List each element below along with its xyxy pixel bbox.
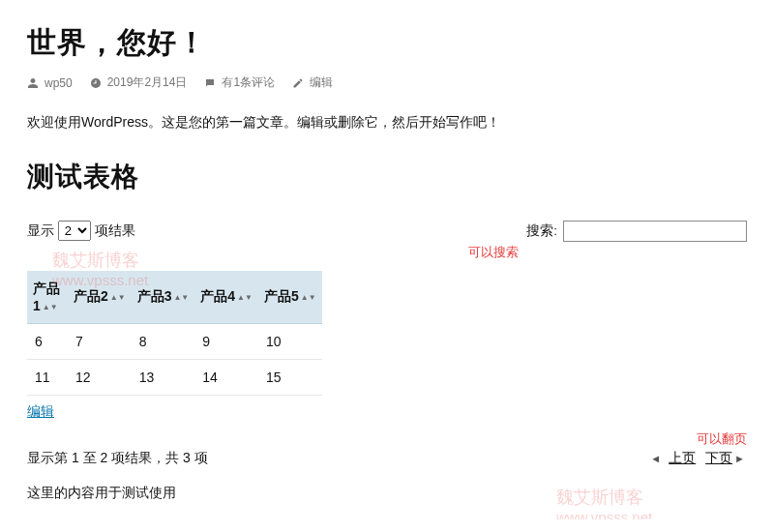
sort-icon: ▲▼	[173, 295, 189, 300]
clock-icon	[90, 77, 102, 89]
post-meta: wp50 2019年2月14日 有1条评论 编辑	[27, 74, 747, 91]
pager-annotation: 可以翻页	[650, 430, 747, 448]
author-name: wp50	[45, 76, 73, 90]
cell: 13	[132, 360, 195, 396]
col-header[interactable]: 产品3▲▼	[132, 271, 195, 324]
cell: 10	[258, 324, 322, 360]
post-intro: 欢迎使用WordPress。这是您的第一篇文章。编辑或删除它，然后开始写作吧！	[27, 114, 747, 132]
chevron-left-icon: ◄	[650, 453, 661, 464]
closing-note: 这里的内容用于测试使用	[27, 485, 747, 502]
comments-meta[interactable]: 有1条评论	[204, 74, 275, 91]
col-header[interactable]: 产品5▲▼	[258, 271, 322, 324]
col-header[interactable]: 产品1▲▼	[27, 271, 68, 324]
sort-icon: ▲▼	[237, 295, 253, 300]
edit-link[interactable]: 编辑	[27, 403, 54, 421]
col-header[interactable]: 产品2▲▼	[68, 271, 132, 324]
sort-icon: ▲▼	[110, 295, 126, 300]
table-row: 11 12 13 14 15	[27, 360, 322, 396]
post-date: 2019年2月14日	[107, 74, 188, 91]
length-suffix: 项结果	[95, 223, 135, 238]
search-label: 搜索:	[526, 222, 557, 240]
table-info: 显示第 1 至 2 项结果，共 3 项	[27, 450, 208, 467]
comments-count: 有1条评论	[222, 74, 275, 91]
edit-meta[interactable]: 编辑	[292, 74, 333, 91]
person-icon	[27, 77, 39, 89]
prev-page-link[interactable]: 上页	[669, 450, 696, 465]
sort-icon: ▲▼	[301, 295, 316, 300]
pencil-icon	[292, 77, 304, 89]
section-title: 测试表格	[27, 159, 747, 195]
cell: 14	[194, 360, 258, 396]
search-input[interactable]	[563, 221, 747, 242]
cell: 12	[68, 360, 132, 396]
search-annotation: 可以搜索	[468, 244, 747, 261]
length-control: 显示 2 项结果	[27, 221, 135, 241]
cell: 15	[258, 360, 322, 396]
chevron-right-icon: ►	[734, 453, 745, 464]
pagination: ◄上页 下页►	[650, 450, 747, 467]
col-header[interactable]: 产品4▲▼	[194, 271, 258, 324]
table-row: 6 7 8 9 10	[27, 324, 322, 360]
cell: 11	[27, 360, 68, 396]
cell: 9	[194, 324, 258, 360]
cell: 6	[27, 324, 68, 360]
next-page-link[interactable]: 下页	[705, 450, 732, 465]
author-meta: wp50	[27, 76, 73, 90]
data-table: 产品1▲▼ 产品2▲▼ 产品3▲▼ 产品4▲▼ 产品5▲▼ 6 7 8 9 10…	[27, 271, 322, 396]
comment-icon	[204, 77, 216, 89]
edit-meta-label: 编辑	[310, 74, 333, 91]
page-title: 世界，您好！	[27, 23, 747, 63]
length-prefix: 显示	[27, 223, 54, 238]
date-meta: 2019年2月14日	[90, 74, 188, 91]
sort-icon: ▲▼	[43, 305, 58, 310]
cell: 7	[68, 324, 132, 360]
cell: 8	[132, 324, 195, 360]
length-select[interactable]: 2	[58, 221, 91, 241]
